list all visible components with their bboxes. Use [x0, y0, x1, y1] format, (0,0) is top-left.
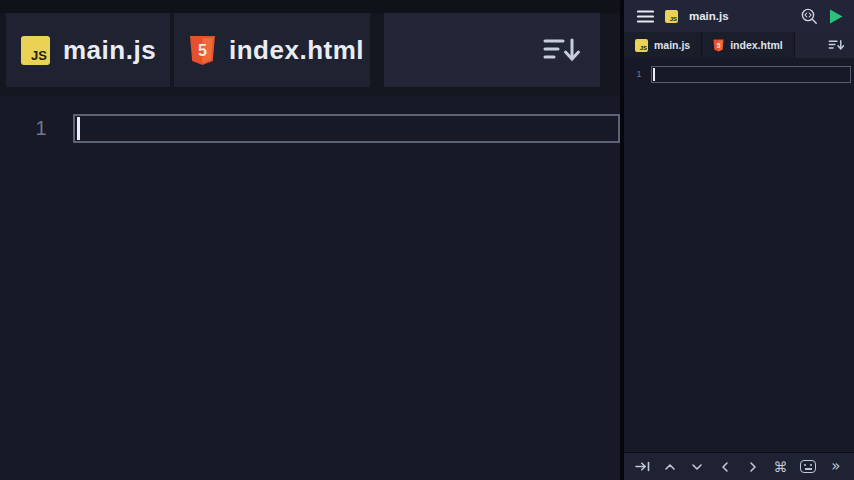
tab-label: index.html	[229, 35, 364, 66]
active-line-box	[73, 114, 620, 143]
chevron-right-icon[interactable]	[744, 458, 762, 476]
javascript-file-icon: JS	[635, 39, 648, 52]
command-key-icon[interactable]: ⌘	[772, 458, 790, 476]
javascript-file-icon: JS	[665, 10, 678, 23]
tab-label: main.js	[654, 39, 690, 51]
tab-label: main.js	[63, 35, 156, 66]
file-tab-bar: JS main.js 5 index.html	[624, 32, 854, 58]
text-cursor	[653, 68, 655, 81]
text-cursor	[77, 117, 80, 140]
code-editor-area[interactable]: 1	[624, 58, 854, 452]
run-play-icon[interactable]	[829, 9, 843, 24]
sort-lines-icon[interactable]	[828, 39, 845, 51]
keyboard-icon[interactable]	[799, 458, 817, 476]
app-header: JS main.js	[624, 0, 854, 32]
tab-main-js[interactable]: JS main.js	[624, 32, 702, 58]
html-file-icon: 5	[189, 35, 216, 66]
sort-lines-icon[interactable]	[542, 36, 582, 64]
tab-bar-top-strip	[0, 0, 620, 13]
app-panel: JS main.js JS main.js	[624, 0, 854, 480]
tab-label: index.html	[730, 39, 783, 51]
line-number: 1	[26, 114, 56, 143]
chevron-up-icon[interactable]	[661, 458, 679, 476]
hamburger-menu-icon[interactable]	[637, 10, 654, 23]
tab-main-js[interactable]: JS main.js	[6, 13, 170, 87]
file-tab-bar: JS main.js 5 index.html	[0, 0, 620, 96]
line-number: 1	[633, 66, 645, 83]
chevron-down-icon[interactable]	[688, 458, 706, 476]
app-window: JS main.js 5 index.html	[0, 0, 854, 480]
svg-text:5: 5	[717, 42, 721, 49]
tab-bar-right-section	[384, 13, 600, 87]
javascript-file-icon: JS	[21, 36, 50, 65]
tab-key-icon[interactable]	[633, 458, 651, 476]
svg-text:5: 5	[198, 42, 207, 59]
active-line-box	[651, 66, 851, 83]
tab-index-html[interactable]: 5 index.html	[174, 13, 370, 87]
editor-magnified-view[interactable]: JS main.js 5 index.html	[0, 0, 620, 480]
tab-bar-right-section	[795, 32, 854, 58]
tab-index-html[interactable]: 5 index.html	[702, 32, 795, 58]
current-file-title: main.js	[689, 10, 729, 22]
more-actions-icon[interactable]: »	[827, 458, 845, 476]
html-file-icon: 5	[713, 39, 724, 52]
editor-shortcut-toolbar: ⌘ »	[624, 452, 854, 480]
chevron-left-icon[interactable]	[716, 458, 734, 476]
code-search-icon[interactable]	[801, 8, 818, 25]
